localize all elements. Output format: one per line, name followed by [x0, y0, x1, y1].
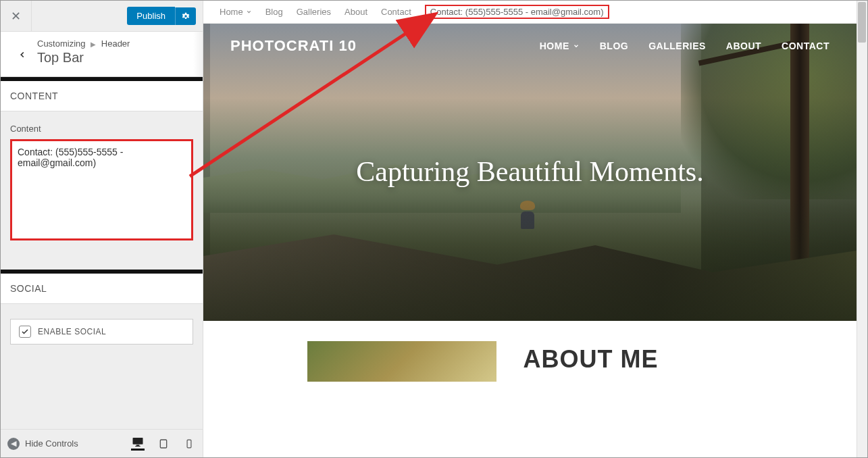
- mobile-icon: [184, 438, 194, 449]
- breadcrumb-panel: Customizing ▶ Header Top Bar: [1, 32, 203, 77]
- hero-section: PHOTOCRATI 10 HOME BLOG GALLERIES ABOUT …: [203, 24, 857, 321]
- collapse-left-icon: ◀: [7, 438, 20, 450]
- site-logo[interactable]: PHOTOCRATI 10: [230, 37, 357, 55]
- publish-settings-button[interactable]: [175, 7, 196, 25]
- breadcrumb-root: Customizing: [37, 39, 86, 49]
- enable-social-checkbox-row[interactable]: ENABLE SOCIAL: [10, 319, 193, 345]
- enable-social-checkbox[interactable]: [19, 326, 31, 338]
- content-section-header: CONTENT: [1, 81, 203, 111]
- sidebar-footer: ◀ Hide Controls: [1, 429, 203, 457]
- content-section-body: Content: [1, 111, 203, 270]
- svg-rect-1: [136, 445, 140, 447]
- panel-title: Top Bar: [37, 50, 193, 66]
- close-customizer-button[interactable]: ✕: [1, 1, 32, 32]
- svg-rect-3: [160, 440, 166, 448]
- breadcrumb-separator-icon: ▶: [91, 41, 96, 48]
- main-nav: HOME BLOG GALLERIES ABOUT CONTACT: [540, 41, 829, 51]
- nav-item-blog[interactable]: BLOG: [600, 41, 628, 51]
- nav-item-contact[interactable]: CONTACT: [782, 41, 829, 51]
- topbar-link-blog[interactable]: Blog: [265, 7, 283, 17]
- content-textarea[interactable]: [10, 139, 193, 240]
- scrollbar-thumb[interactable]: [858, 2, 866, 43]
- site-preview: Home Blog Galleries About Contact Contac…: [203, 1, 867, 457]
- breadcrumb-parent: Header: [101, 39, 130, 49]
- tablet-preview-button[interactable]: [157, 437, 170, 451]
- topbar-link-contact[interactable]: Contact: [381, 7, 411, 17]
- svg-rect-0: [133, 438, 143, 444]
- hide-controls-button[interactable]: ◀ Hide Controls: [7, 438, 123, 450]
- topbar-link-galleries[interactable]: Galleries: [297, 7, 331, 17]
- check-icon: [21, 328, 29, 336]
- nav-item-galleries[interactable]: GALLERIES: [648, 41, 706, 51]
- content-field-label: Content: [10, 124, 193, 134]
- hero-title: Capturing Beautiful Moments.: [203, 155, 857, 188]
- chevron-left-icon: [18, 50, 27, 59]
- nav-item-about[interactable]: ABOUT: [726, 41, 761, 51]
- svg-rect-4: [187, 440, 191, 448]
- device-preview-toggle: [131, 437, 196, 451]
- topbar-link-about[interactable]: About: [344, 7, 367, 17]
- preview-topbar: Home Blog Galleries About Contact Contac…: [203, 1, 857, 24]
- chevron-down-icon: [246, 9, 252, 15]
- inner-scrollbar[interactable]: [193, 32, 203, 76]
- chevron-down-icon: [573, 43, 580, 49]
- publish-button[interactable]: Publish: [127, 7, 175, 25]
- social-section-body: ENABLE SOCIAL: [1, 304, 203, 372]
- about-image: [307, 341, 496, 382]
- preview-scrollbar[interactable]: [857, 1, 867, 457]
- tablet-icon: [158, 438, 169, 449]
- desktop-preview-button[interactable]: [131, 437, 145, 451]
- back-button[interactable]: [10, 43, 34, 67]
- about-section: ABOUT ME: [203, 321, 857, 382]
- hide-controls-label: Hide Controls: [25, 438, 78, 449]
- sidebar-header: ✕ Publish: [1, 1, 203, 32]
- breadcrumb: Customizing ▶ Header: [37, 39, 193, 49]
- social-section-header: SOCIAL: [1, 274, 203, 304]
- topbar-contact-text: Contact: (555)555-5555 - email@gmail.com…: [425, 5, 609, 19]
- customizer-sidebar: ✕ Publish Customizing ▶ Header Top Bar: [1, 1, 203, 457]
- topbar-link-home[interactable]: Home: [220, 7, 252, 17]
- svg-rect-2: [135, 446, 141, 447]
- gear-icon: [181, 11, 190, 21]
- nav-item-home[interactable]: HOME: [540, 41, 580, 51]
- about-title: ABOUT ME: [524, 341, 659, 374]
- desktop-icon: [132, 436, 144, 448]
- enable-social-label: ENABLE SOCIAL: [38, 327, 106, 336]
- mobile-preview-button[interactable]: [182, 437, 196, 451]
